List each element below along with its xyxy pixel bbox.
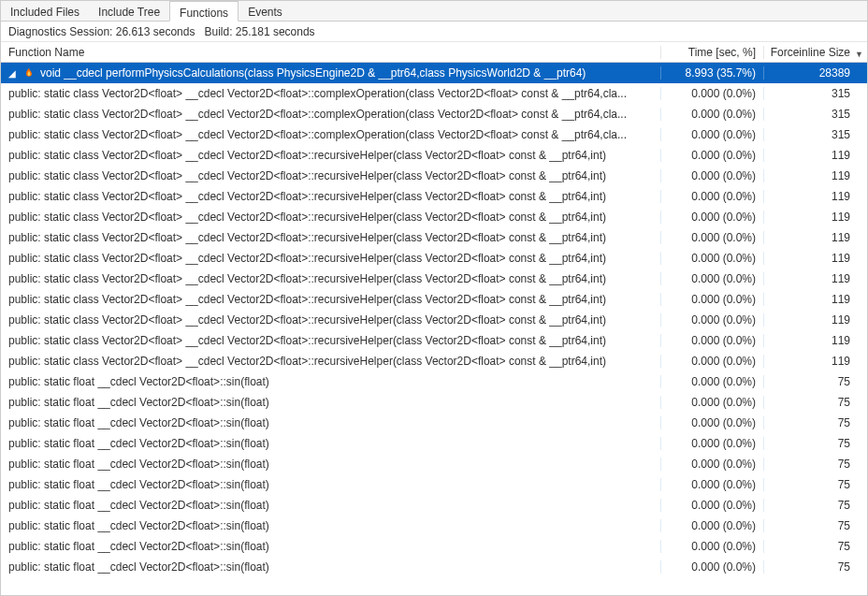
- table-row[interactable]: ◢void __cdecl performPhysicsCalculations…: [1, 63, 867, 83]
- table-row[interactable]: public: static class Vector2D<float> __c…: [1, 248, 867, 269]
- tab-included-files[interactable]: Included Files: [1, 1, 89, 21]
- table-row[interactable]: public: static float __cdecl Vector2D<fl…: [1, 371, 867, 392]
- cell-time: 0.000 (0.0%): [661, 416, 764, 429]
- column-header-name[interactable]: Function Name: [1, 46, 661, 59]
- table-row[interactable]: public: static class Vector2D<float> __c…: [1, 207, 867, 227]
- table-row[interactable]: public: static class Vector2D<float> __c…: [1, 227, 867, 248]
- cell-time: 0.000 (0.0%): [661, 499, 764, 512]
- table-row[interactable]: public: static float __cdecl Vector2D<fl…: [1, 557, 867, 577]
- column-header-size-label: Forceinline Size: [771, 46, 850, 59]
- cell-time: 0.000 (0.0%): [661, 458, 764, 471]
- cell-function-name: public: static float __cdecl Vector2D<fl…: [1, 375, 661, 388]
- cell-function-name: public: static class Vector2D<float> __c…: [1, 149, 661, 162]
- cell-function-name: public: static class Vector2D<float> __c…: [1, 252, 661, 265]
- table-row[interactable]: public: static float __cdecl Vector2D<fl…: [1, 454, 867, 474]
- cell-size: 119: [764, 272, 867, 285]
- cell-size: 119: [764, 252, 867, 265]
- table-row[interactable]: public: static class Vector2D<float> __c…: [1, 124, 867, 145]
- cell-size: 28389: [764, 66, 867, 80]
- table-row[interactable]: public: static class Vector2D<float> __c…: [1, 186, 867, 207]
- cell-size: 75: [764, 458, 867, 471]
- table-row[interactable]: public: static float __cdecl Vector2D<fl…: [1, 495, 867, 516]
- functions-grid: Function Name Time [sec, %] Forceinline …: [1, 42, 867, 595]
- table-row[interactable]: public: static float __cdecl Vector2D<fl…: [1, 433, 867, 454]
- cell-size: 75: [764, 396, 867, 409]
- cell-size: 75: [764, 375, 867, 388]
- cell-size: 119: [764, 293, 867, 306]
- table-row[interactable]: public: static float __cdecl Vector2D<fl…: [1, 392, 867, 413]
- cell-time: 0.000 (0.0%): [661, 396, 764, 409]
- cell-size: 75: [764, 519, 867, 532]
- table-row[interactable]: public: static class Vector2D<float> __c…: [1, 289, 867, 310]
- cell-time: 0.000 (0.0%): [661, 128, 764, 141]
- cell-time: 0.000 (0.0%): [661, 231, 764, 244]
- cell-size: 75: [764, 540, 867, 553]
- cell-time: 0.000 (0.0%): [661, 149, 764, 162]
- cell-function-name: public: static class Vector2D<float> __c…: [1, 211, 661, 224]
- cell-time: 0.000 (0.0%): [661, 211, 764, 224]
- cell-time: 0.000 (0.0%): [661, 375, 764, 388]
- cell-function-name: public: static float __cdecl Vector2D<fl…: [1, 396, 661, 409]
- cell-function-name: public: static class Vector2D<float> __c…: [1, 313, 661, 327]
- tab-bar: Included FilesInclude TreeFunctionsEvent…: [1, 1, 867, 22]
- cell-function-name: public: static float __cdecl Vector2D<fl…: [1, 560, 661, 574]
- cell-time: 0.000 (0.0%): [661, 437, 764, 450]
- cell-size: 315: [764, 128, 867, 141]
- cell-size: 75: [764, 560, 867, 574]
- status-bar: Diagnostics Session: 26.613 seconds Buil…: [1, 22, 867, 42]
- cell-function-name: public: static class Vector2D<float> __c…: [1, 231, 661, 244]
- table-row[interactable]: public: static class Vector2D<float> __c…: [1, 310, 867, 330]
- function-name-text: void __cdecl performPhysicsCalculations(…: [40, 66, 660, 80]
- cell-time: 0.000 (0.0%): [661, 87, 764, 100]
- table-row[interactable]: public: static float __cdecl Vector2D<fl…: [1, 536, 867, 557]
- cell-size: 119: [764, 231, 867, 244]
- cell-size: 75: [764, 499, 867, 512]
- tab-include-tree[interactable]: Include Tree: [89, 1, 169, 21]
- cell-time: 0.000 (0.0%): [661, 478, 764, 491]
- cell-time: 0.000 (0.0%): [661, 540, 764, 553]
- table-row[interactable]: public: static class Vector2D<float> __c…: [1, 104, 867, 124]
- collapse-icon[interactable]: ◢: [8, 68, 20, 79]
- cell-function-name: public: static float __cdecl Vector2D<fl…: [1, 437, 661, 450]
- cell-function-name: ◢void __cdecl performPhysicsCalculations…: [1, 66, 661, 80]
- cell-size: 315: [764, 87, 867, 100]
- cell-time: 0.000 (0.0%): [661, 519, 764, 532]
- column-header-time[interactable]: Time [sec, %]: [661, 46, 764, 59]
- cell-size: 119: [764, 149, 867, 162]
- table-row[interactable]: public: static float __cdecl Vector2D<fl…: [1, 516, 867, 536]
- cell-function-name: public: static float __cdecl Vector2D<fl…: [1, 519, 661, 532]
- build-value: 25.181 seconds: [236, 25, 315, 38]
- session-value: 26.613 seconds: [116, 25, 195, 38]
- cell-time: 0.000 (0.0%): [661, 190, 764, 203]
- tab-functions[interactable]: Functions: [169, 1, 239, 22]
- cell-time: 0.000 (0.0%): [661, 108, 764, 121]
- cell-size: 119: [764, 211, 867, 224]
- column-header-size[interactable]: Forceinline Size ▼: [764, 46, 867, 59]
- grid-rows[interactable]: ◢void __cdecl performPhysicsCalculations…: [1, 63, 867, 595]
- cell-time: 0.000 (0.0%): [661, 272, 764, 285]
- tab-events[interactable]: Events: [239, 1, 292, 21]
- table-row[interactable]: public: static float __cdecl Vector2D<fl…: [1, 413, 867, 433]
- table-row[interactable]: public: static class Vector2D<float> __c…: [1, 166, 867, 186]
- cell-function-name: public: static class Vector2D<float> __c…: [1, 334, 661, 347]
- table-row[interactable]: public: static class Vector2D<float> __c…: [1, 330, 867, 351]
- cell-time: 0.000 (0.0%): [661, 334, 764, 347]
- cell-function-name: public: static class Vector2D<float> __c…: [1, 108, 661, 121]
- table-row[interactable]: public: static class Vector2D<float> __c…: [1, 145, 867, 166]
- cell-time: 0.000 (0.0%): [661, 560, 764, 574]
- cell-time: 0.000 (0.0%): [661, 169, 764, 182]
- sort-descending-icon: ▼: [855, 50, 863, 59]
- flame-icon: [23, 67, 35, 79]
- cell-function-name: public: static float __cdecl Vector2D<fl…: [1, 499, 661, 512]
- session-label: Diagnostics Session:: [8, 25, 112, 38]
- table-row[interactable]: public: static float __cdecl Vector2D<fl…: [1, 474, 867, 495]
- cell-function-name: public: static class Vector2D<float> __c…: [1, 190, 661, 203]
- table-row[interactable]: public: static class Vector2D<float> __c…: [1, 269, 867, 289]
- cell-size: 119: [764, 169, 867, 182]
- table-row[interactable]: public: static class Vector2D<float> __c…: [1, 351, 867, 371]
- cell-size: 119: [764, 190, 867, 203]
- cell-size: 75: [764, 478, 867, 491]
- cell-time: 0.000 (0.0%): [661, 355, 764, 368]
- cell-size: 75: [764, 416, 867, 429]
- table-row[interactable]: public: static class Vector2D<float> __c…: [1, 83, 867, 104]
